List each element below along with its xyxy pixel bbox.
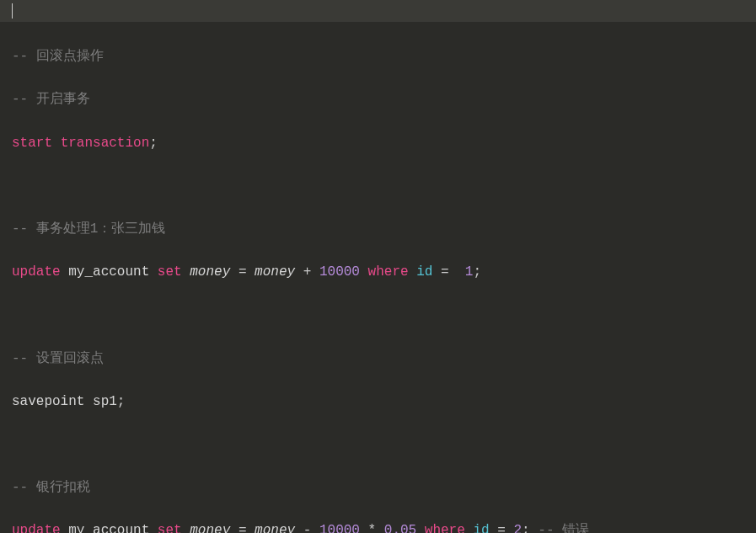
operator: - bbox=[303, 523, 312, 533]
comment-text: -- 开启事务 bbox=[12, 92, 90, 107]
comment-text: -- 设置回滚点 bbox=[12, 351, 104, 366]
code-line: start transaction; bbox=[12, 133, 744, 155]
column-name: id bbox=[416, 264, 432, 280]
keyword: start bbox=[12, 136, 52, 151]
keyword: where bbox=[425, 523, 465, 533]
comment-text: -- 银行扣税 bbox=[12, 480, 90, 495]
operator: = bbox=[239, 264, 247, 280]
column-name: money bbox=[190, 264, 230, 280]
code-line: -- 设置回滚点 bbox=[12, 349, 744, 370]
code-line: update my_account set money = money - 10… bbox=[12, 520, 744, 533]
number-literal: 0.05 bbox=[384, 523, 416, 533]
operator: + bbox=[303, 264, 312, 280]
punct: ; bbox=[117, 394, 126, 409]
comment-text: -- 回滚点操作 bbox=[12, 49, 104, 64]
code-line bbox=[12, 305, 744, 327]
number-literal: 10000 bbox=[319, 523, 360, 533]
keyword: transaction bbox=[61, 136, 150, 151]
code-line: -- 开启事务 bbox=[12, 89, 744, 111]
code-line: -- 回滚点操作 bbox=[12, 46, 744, 68]
code-line bbox=[12, 176, 744, 198]
keyword: set bbox=[158, 264, 182, 280]
current-line-highlight bbox=[0, 0, 756, 22]
code-line bbox=[12, 434, 744, 456]
code-line: -- 银行扣税 bbox=[12, 477, 744, 499]
keyword: update bbox=[12, 264, 61, 280]
punct: ; bbox=[522, 523, 530, 533]
text-cursor bbox=[12, 3, 13, 19]
keyword: where bbox=[368, 264, 409, 280]
code-content: -- 回滚点操作 -- 开启事务 start transaction; -- 事… bbox=[12, 25, 744, 533]
column-name: id bbox=[473, 523, 489, 533]
code-line: update my_account set money = money + 10… bbox=[12, 262, 744, 284]
code-line: savepoint sp1; bbox=[12, 392, 744, 413]
number-literal: 2 bbox=[513, 523, 522, 533]
savepoint-name: sp1 bbox=[93, 394, 117, 409]
punct: ; bbox=[473, 264, 481, 280]
code-editor[interactable]: -- 回滚点操作 -- 开启事务 start transaction; -- 事… bbox=[0, 0, 756, 533]
code-line: -- 事务处理1：张三加钱 bbox=[12, 219, 744, 241]
column-name: money bbox=[255, 523, 295, 533]
punct: ; bbox=[149, 136, 158, 151]
number-literal: 1 bbox=[465, 264, 474, 280]
operator: = bbox=[497, 523, 506, 533]
column-name: money bbox=[255, 264, 295, 280]
number-literal: 10000 bbox=[319, 264, 360, 280]
operator: * bbox=[368, 523, 377, 533]
operator: = bbox=[441, 264, 449, 280]
comment-text: -- 事务处理1：张三加钱 bbox=[12, 221, 165, 237]
comment-text: -- 错误 bbox=[538, 523, 589, 533]
operator: = bbox=[239, 523, 247, 533]
table-name: my_account bbox=[68, 523, 149, 533]
keyword: savepoint bbox=[12, 394, 84, 409]
column-name: money bbox=[190, 523, 230, 533]
table-name: my_account bbox=[68, 264, 149, 280]
keyword: update bbox=[12, 523, 61, 533]
keyword: set bbox=[158, 523, 182, 533]
